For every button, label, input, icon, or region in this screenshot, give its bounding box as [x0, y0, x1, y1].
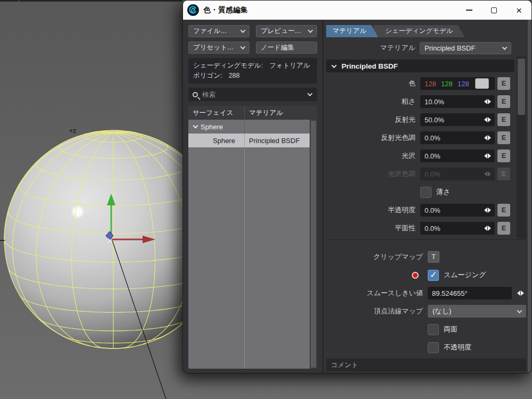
- mini-slider-icon[interactable]: [484, 226, 491, 231]
- param-value-field[interactable]: 0.0%: [420, 131, 495, 144]
- panel-scrollbar[interactable]: [517, 56, 526, 238]
- table-scrollbar-thumb[interactable]: [311, 121, 316, 368]
- mini-slider-icon[interactable]: [484, 153, 491, 159]
- param-row-vertex-normal-map: 頂点法線マップ (なし): [326, 302, 526, 320]
- param-value-field[interactable]: 0.0%: [420, 149, 495, 162]
- node-edit-button[interactable]: ノード編集: [256, 41, 317, 54]
- mini-slider-icon[interactable]: [484, 135, 491, 140]
- chevron-down-icon[interactable]: [307, 91, 313, 96]
- table-empty-area: [188, 147, 317, 369]
- mini-slider-icon[interactable]: [484, 207, 491, 213]
- envelope-button[interactable]: E: [497, 95, 510, 108]
- axis-z-label: +z: [69, 127, 76, 135]
- param-value-field[interactable]: 10.0%: [420, 95, 495, 108]
- mini-slider-icon[interactable]: [484, 99, 491, 104]
- envelope-button[interactable]: E: [497, 113, 510, 126]
- color-r-value[interactable]: 128: [425, 80, 441, 88]
- table-row-selected[interactable]: Sphere Principled BSDF: [188, 134, 317, 147]
- column-header-material[interactable]: マテリアル: [244, 106, 317, 120]
- surface-material: Principled BSDF: [244, 134, 317, 147]
- param-row-sheen: 光沢 0.0% E: [326, 147, 514, 165]
- envelope-button[interactable]: E: [497, 222, 510, 235]
- vertex-normal-map-label: 頂点法線マップ: [326, 306, 423, 316]
- clip-map-label: クリップマップ: [326, 252, 423, 262]
- chevron-down-icon: [517, 308, 522, 313]
- gizmo-x-arrowhead: [143, 236, 155, 243]
- envelope-button[interactable]: E: [497, 149, 510, 162]
- color-value-field[interactable]: 128 128 128: [420, 77, 495, 90]
- smooth-threshold-field[interactable]: 89.524655°: [428, 287, 512, 300]
- envelope-button[interactable]: E: [497, 77, 510, 90]
- column-header-surface[interactable]: サーフェイス: [188, 106, 244, 120]
- opacity-checkbox[interactable]: [428, 342, 439, 353]
- color-b-value[interactable]: 128: [458, 80, 474, 88]
- minimize-icon: [466, 10, 472, 11]
- 3d-viewport[interactable]: +z 色・質感編集 ×: [0, 0, 532, 399]
- tab-material[interactable]: マテリアル: [326, 25, 378, 37]
- param-row-specular: 反射光 50.0% E: [326, 111, 514, 129]
- close-icon: ×: [516, 5, 522, 15]
- preview-menu-button[interactable]: プレビュー…: [256, 25, 317, 37]
- table-row-group[interactable]: Sphere: [188, 120, 317, 134]
- preset-menu-button[interactable]: プリセット…: [188, 41, 250, 54]
- search-input[interactable]: [202, 91, 308, 98]
- tether-line: [112, 240, 166, 399]
- thinness-checkbox[interactable]: [420, 187, 431, 198]
- comment-section[interactable]: コメント: [326, 359, 526, 371]
- collapse-chevron-icon[interactable]: [331, 63, 337, 68]
- material-select-dropdown[interactable]: Principled BSDF: [420, 42, 511, 54]
- param-row-flatness: 平面性 0.0% E: [326, 219, 514, 237]
- search-box[interactable]: [188, 88, 317, 101]
- mini-slider-icon[interactable]: [517, 290, 524, 296]
- window-title: 色・質感編集: [203, 5, 248, 15]
- table-scrollbar[interactable]: [310, 120, 317, 369]
- tab-shading-model[interactable]: シェーディングモデル: [373, 25, 465, 37]
- tree-expand-icon[interactable]: [193, 123, 198, 129]
- param-row-thinness: 薄さ: [326, 183, 514, 201]
- viewport-top-edge-notch: [19, 0, 20, 2]
- param-row-double-sided: 両面: [326, 320, 526, 338]
- table-header: サーフェイス マテリアル: [188, 106, 317, 120]
- chevron-down-icon: [240, 28, 246, 33]
- shading-model-value: フォトリアル: [269, 62, 310, 69]
- smoothing-label: スムージング: [444, 270, 486, 280]
- param-row-clip-map: クリップマップ T: [326, 248, 526, 266]
- gizmo-y-arrowhead: [107, 194, 115, 205]
- surface-table: サーフェイス マテリアル Sphere Sphere Principled BS…: [188, 106, 317, 369]
- material-editor-window[interactable]: 色・質感編集 × ファイル… プレビュー…: [182, 0, 532, 373]
- titlebar[interactable]: 色・質感編集 ×: [183, 1, 531, 20]
- param-value-field[interactable]: 0.0%: [420, 222, 495, 235]
- section-header-principled-bsdf[interactable]: Principled BSDF: [326, 60, 514, 72]
- panel-scrollbar-thumb[interactable]: [518, 59, 525, 115]
- material-panel: マテリアル シェーディングモデル マテリアル Principled BSDF P…: [323, 20, 531, 373]
- smooth-threshold-label: スムースしきい値: [326, 288, 423, 298]
- record-indicator-icon[interactable]: [412, 272, 419, 279]
- column-divider[interactable]: [244, 147, 245, 369]
- minimize-button[interactable]: [456, 1, 481, 20]
- gizmo-origin-marker: [108, 238, 112, 243]
- param-row-opacity: 不透明度: [326, 338, 526, 356]
- mini-slider-icon[interactable]: [484, 117, 491, 122]
- maximize-button[interactable]: [481, 1, 506, 20]
- window-right-edge: [528, 20, 531, 373]
- vertex-normal-map-dropdown[interactable]: (なし): [428, 305, 526, 318]
- shading-info-box: シェーディングモデル:フォトリアル ポリゴン:288: [188, 58, 317, 84]
- specular-highlight: [71, 205, 85, 219]
- clip-map-texture-button[interactable]: T: [428, 251, 439, 263]
- gizmo-z-handle[interactable]: [106, 231, 113, 240]
- double-sided-checkbox[interactable]: [428, 324, 439, 335]
- param-value-field[interactable]: 0.0%: [420, 204, 495, 217]
- envelope-button[interactable]: E: [497, 204, 510, 217]
- move-gizmo[interactable]: [106, 194, 155, 243]
- smoothing-checkbox[interactable]: [428, 270, 439, 281]
- thinness-label: 薄さ: [436, 187, 450, 197]
- close-button[interactable]: ×: [506, 1, 531, 20]
- param-value-field[interactable]: 50.0%: [420, 113, 495, 126]
- file-menu-button[interactable]: ファイル…: [188, 25, 250, 37]
- polygon-count-label: ポリゴン:: [193, 72, 222, 79]
- search-icon: [193, 92, 198, 97]
- color-swatch[interactable]: [475, 78, 489, 89]
- color-g-value[interactable]: 128: [441, 80, 458, 88]
- envelope-button[interactable]: E: [497, 131, 510, 144]
- chevron-down-icon: [308, 28, 313, 33]
